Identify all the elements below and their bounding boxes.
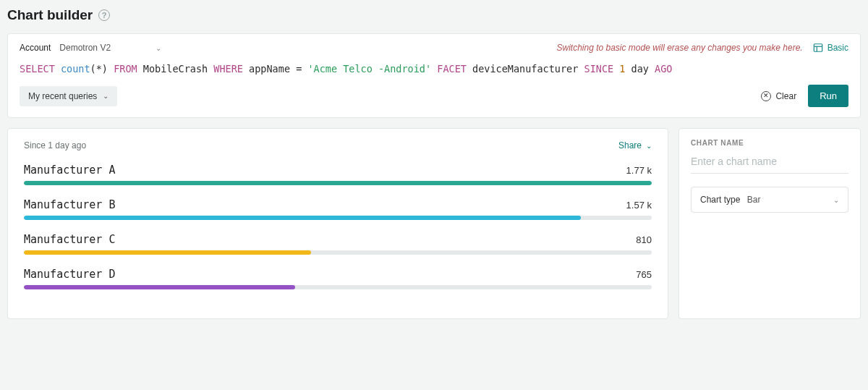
bar-row[interactable]: Manufacturer D765	[24, 268, 652, 289]
recent-queries-button[interactable]: My recent queries ⌄	[20, 86, 117, 106]
page-title: Chart builder	[7, 7, 93, 23]
clear-button[interactable]: ✕ Clear	[761, 91, 796, 101]
run-button[interactable]: Run	[808, 85, 848, 107]
sidebar-panel: CHART NAME Chart type Bar ⌄	[678, 128, 861, 319]
basic-mode-link[interactable]: Basic	[813, 43, 848, 53]
chart-name-heading: CHART NAME	[691, 139, 848, 147]
bar-value: 1.77 k	[626, 165, 652, 176]
svg-rect-0	[814, 44, 822, 52]
bar-row[interactable]: Manufacturer A1.77 k	[24, 164, 652, 185]
chart-name-input[interactable]	[691, 153, 848, 174]
query-panel: Account Demotron V2 ⌄ Switching to basic…	[7, 33, 861, 118]
chart-type-select[interactable]: Chart type Bar ⌄	[691, 187, 848, 213]
share-label: Share	[618, 140, 642, 151]
chart-panel: Since 1 day ago Share ⌄ Manufacturer A1.…	[7, 128, 668, 319]
bar-row[interactable]: Manufacturer C810	[24, 233, 652, 255]
account-selector[interactable]: Account Demotron V2 ⌄	[20, 43, 161, 53]
bar-value: 1.57 k	[626, 200, 652, 211]
share-button[interactable]: Share ⌄	[618, 140, 652, 151]
bar-list: Manufacturer A1.77 kManufacturer B1.57 k…	[24, 164, 652, 289]
account-value: Demotron V2	[59, 43, 111, 53]
clear-label: Clear	[775, 91, 796, 101]
bar-label: Manufacturer B	[24, 198, 115, 211]
bar-track	[24, 181, 652, 185]
bar-fill	[24, 216, 581, 220]
bar-fill	[24, 181, 652, 185]
bar-track	[24, 250, 652, 255]
bar-row[interactable]: Manufacturer B1.57 k	[24, 198, 652, 220]
mode-warning: Switching to basic mode will erase any c…	[556, 43, 802, 53]
bar-fill	[24, 285, 295, 289]
bar-label: Manufacturer D	[24, 268, 115, 281]
chevron-down-icon: ⌄	[646, 142, 652, 150]
chevron-down-icon: ⌄	[156, 44, 161, 52]
bar-value: 765	[636, 269, 652, 280]
recent-queries-label: My recent queries	[28, 91, 97, 101]
chart-type-label: Chart type	[700, 195, 740, 205]
chevron-down-icon: ⌄	[833, 196, 839, 204]
account-label: Account	[20, 43, 51, 53]
chevron-down-icon: ⌄	[103, 92, 109, 100]
close-icon: ✕	[761, 91, 771, 101]
bar-fill	[24, 250, 311, 255]
bar-track	[24, 285, 652, 289]
bar-label: Manufacturer C	[24, 233, 115, 246]
basic-mode-label: Basic	[827, 43, 848, 53]
bar-track	[24, 216, 652, 220]
chart-type-value: Bar	[747, 195, 761, 205]
help-icon[interactable]: ?	[98, 9, 110, 21]
bar-label: Manufacturer A	[24, 164, 115, 177]
nrql-editor[interactable]: SELECT count(*) FROM MobileCrash WHERE a…	[20, 60, 848, 85]
chart-timeframe: Since 1 day ago	[24, 140, 86, 151]
bar-value: 810	[636, 234, 652, 245]
layout-icon	[813, 43, 823, 53]
